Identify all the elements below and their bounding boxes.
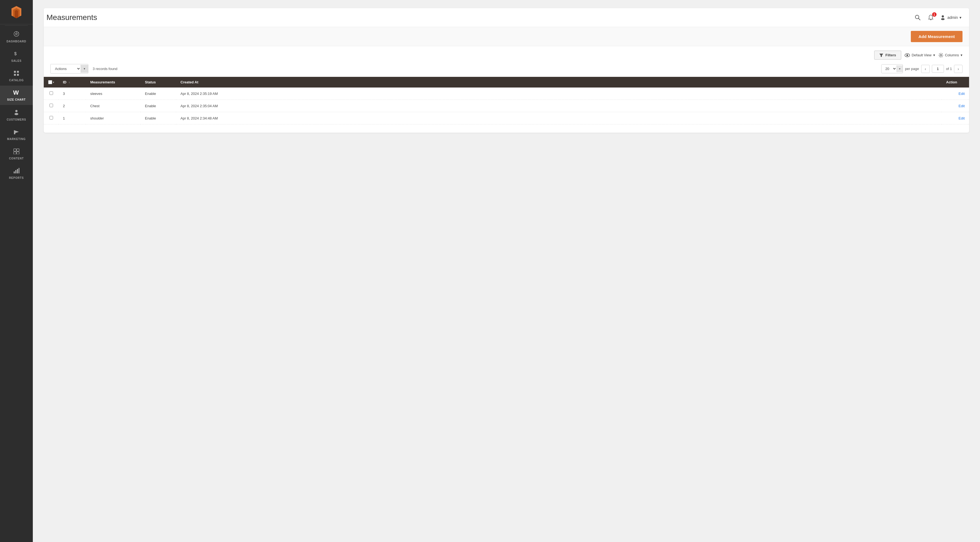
filter-row: Filters Default View ▾ Columns ▾: [44, 46, 969, 62]
next-page-button[interactable]: ›: [954, 65, 963, 73]
add-measurement-button[interactable]: Add Measurement: [911, 31, 963, 42]
per-page-label: per page: [905, 67, 919, 71]
svg-rect-21: [17, 152, 19, 154]
svg-point-14: [15, 110, 18, 112]
filter-icon: [880, 54, 883, 57]
per-page-arrow[interactable]: ▾: [897, 65, 903, 72]
svg-rect-12: [17, 74, 19, 76]
data-table: ▾ ID ↑ Measurements Status Created At Ac…: [44, 77, 969, 124]
table-body: 3 sleeves Enable Apr 8, 2024 2:35:19 AM …: [44, 87, 969, 124]
checkbox-dropdown-arrow[interactable]: ▾: [53, 81, 54, 84]
row-action-cell-1: Edit: [942, 100, 969, 112]
svg-marker-2: [15, 10, 18, 18]
actions-row: Actions ▾ 3 records found 20 30 50 ▾ per…: [44, 62, 969, 77]
main-content: Measurements: [33, 0, 980, 542]
select-all-checkbox[interactable]: [48, 80, 52, 84]
sidebar-item-marketing[interactable]: MARKETING: [0, 125, 33, 145]
admin-button[interactable]: admin ▾: [940, 14, 961, 21]
svg-rect-24: [17, 169, 18, 173]
sidebar-item-label-marketing: MARKETING: [7, 138, 26, 141]
admin-dropdown-icon: ▾: [959, 15, 961, 20]
row-checkbox-2[interactable]: [49, 116, 53, 119]
sidebar-item-label-sales: SALES: [11, 59, 21, 62]
default-view-button[interactable]: Default View ▾: [905, 53, 935, 57]
bottom-spacer: [44, 124, 969, 133]
prev-page-button[interactable]: ‹: [921, 65, 930, 73]
col-header-created-at[interactable]: Created At: [176, 77, 942, 87]
notification-wrapper: 1: [927, 13, 935, 22]
svg-line-27: [918, 18, 920, 20]
sidebar-item-size-chart[interactable]: W SIZE CHART: [0, 86, 33, 105]
columns-button[interactable]: Columns ▾: [939, 53, 963, 58]
svg-text:W: W: [13, 89, 19, 95]
row-measurement-0: sleeves: [86, 87, 140, 100]
svg-rect-10: [17, 71, 19, 73]
per-page-select-wrapper[interactable]: 20 30 50 ▾: [881, 64, 903, 73]
table-row: 1 shoulder Enable Apr 8, 2024 2:34:48 AM…: [44, 112, 969, 124]
page-number-input[interactable]: [932, 65, 944, 73]
row-status-1: Enable: [140, 100, 176, 112]
svg-rect-18: [14, 149, 16, 151]
table-header-row: ▾ ID ↑ Measurements Status Created At Ac…: [44, 77, 969, 87]
eye-icon: [905, 53, 910, 57]
row-id-1: 2: [59, 100, 86, 112]
sidebar-item-content[interactable]: CONTENT: [0, 145, 33, 164]
sidebar-item-label-dashboard: DASHBOARD: [6, 40, 26, 43]
svg-rect-20: [14, 152, 16, 154]
page-header: Measurements: [44, 8, 969, 27]
data-table-wrapper: ▾ ID ↑ Measurements Status Created At Ac…: [44, 77, 969, 124]
row-status-0: Enable: [140, 87, 176, 100]
col-header-id[interactable]: ID ↑: [59, 77, 86, 87]
pagination-controls: 20 30 50 ▾ per page ‹ of 1 ›: [881, 64, 963, 73]
row-checkbox-cell: [44, 112, 59, 124]
svg-rect-23: [15, 170, 16, 173]
filters-button[interactable]: Filters: [874, 51, 901, 60]
search-button[interactable]: [913, 13, 922, 22]
col-header-action: Action: [942, 77, 969, 87]
admin-label: admin: [947, 15, 958, 20]
edit-button-1[interactable]: Edit: [959, 104, 965, 108]
sidebar-item-reports[interactable]: REPORTS: [0, 164, 33, 183]
sidebar-item-label-customers: CUSTOMERS: [7, 118, 26, 121]
sidebar-item-dashboard[interactable]: DASHBOARD: [0, 27, 33, 47]
row-created-2: Apr 8, 2024 2:34:48 AM: [176, 112, 942, 124]
actions-select-arrow[interactable]: ▾: [81, 65, 88, 73]
svg-rect-19: [17, 149, 19, 151]
sidebar-item-customers[interactable]: CUSTOMERS: [0, 105, 33, 125]
svg-rect-25: [19, 168, 19, 173]
svg-point-28: [942, 15, 944, 17]
content-icon: [13, 148, 20, 155]
page-title: Measurements: [46, 13, 97, 22]
actions-select[interactable]: Actions: [51, 64, 81, 73]
reports-icon: [13, 168, 20, 175]
catalog-icon: [13, 70, 20, 77]
row-created-0: Apr 8, 2024 2:35:19 AM: [176, 87, 942, 100]
svg-text:$: $: [14, 51, 17, 56]
row-checkbox-cell: [44, 87, 59, 100]
gear-icon: [939, 53, 943, 58]
columns-label: Columns: [945, 53, 959, 57]
actions-select-wrapper[interactable]: Actions ▾: [50, 64, 88, 73]
sidebar-item-label-reports: REPORTS: [9, 176, 24, 180]
col-header-status[interactable]: Status: [140, 77, 176, 87]
table-header: ▾ ID ↑ Measurements Status Created At Ac…: [44, 77, 969, 87]
row-action-cell-2: Edit: [942, 112, 969, 124]
per-page-select[interactable]: 20 30 50: [881, 65, 897, 73]
svg-rect-11: [14, 74, 16, 76]
svg-rect-9: [14, 71, 16, 73]
row-checkbox-1[interactable]: [49, 103, 53, 107]
edit-button-0[interactable]: Edit: [959, 92, 965, 96]
filters-label: Filters: [885, 53, 896, 57]
svg-point-32: [907, 54, 908, 56]
col-header-measurements[interactable]: Measurements: [86, 77, 140, 87]
marketing-icon: [13, 129, 20, 136]
edit-button-2[interactable]: Edit: [959, 116, 965, 120]
sidebar-item-catalog[interactable]: CATALOG: [0, 66, 33, 86]
sidebar-item-sales[interactable]: $ SALES: [0, 47, 33, 66]
sidebar-divider: [5, 25, 28, 26]
row-checkbox-0[interactable]: [49, 91, 53, 95]
search-icon: [915, 14, 921, 21]
toolbar-row: Add Measurement: [44, 27, 969, 46]
sidebar-item-label-content: CONTENT: [9, 157, 24, 160]
view-dropdown-icon: ▾: [933, 53, 935, 57]
